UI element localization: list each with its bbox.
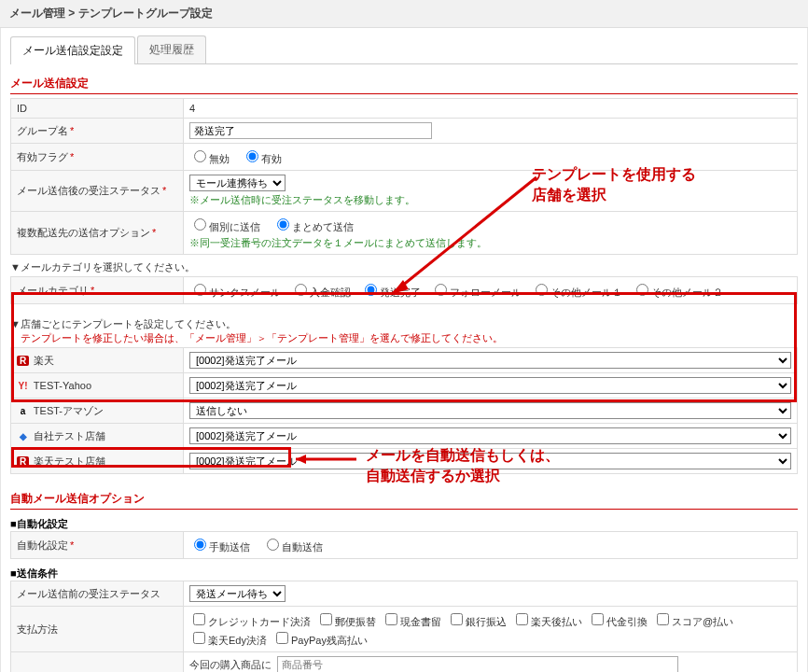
section-auto-options: 自動メール送信オプション: [10, 491, 798, 510]
enable-on[interactable]: 有効: [242, 153, 282, 164]
enable-label: 有効フラグ: [17, 151, 68, 162]
multi-dest-label: 複数配送先の送信オプション: [17, 227, 150, 238]
payment-option[interactable]: 銀行振込: [447, 610, 507, 629]
enable-off[interactable]: 無効: [189, 153, 230, 164]
payment-option[interactable]: PayPay残高払い: [272, 629, 368, 648]
category-option[interactable]: サンクスメール: [189, 287, 281, 298]
pay-label: 支払方法: [11, 607, 184, 652]
store-template-select[interactable]: [0002]発送完了メール: [189, 427, 791, 444]
payment-option[interactable]: 楽天後払い: [512, 610, 582, 629]
group-label: グループ名: [17, 125, 68, 136]
store-header: ▼店舗ごとにテンプレートを設定してください。: [10, 317, 798, 331]
payment-option[interactable]: 代金引換: [588, 610, 648, 629]
store-label: Y! TEST-Yahoo: [11, 373, 184, 399]
cond-group-header: ■送信条件: [10, 567, 798, 581]
multi-individual[interactable]: 個別に送信: [189, 221, 260, 232]
pre-status-label: メール送信前の受注ステータス: [11, 581, 184, 607]
id-value: 4: [184, 99, 798, 119]
category-header: ▼メールカテゴリを選択してください。: [10, 255, 798, 276]
multi-batch[interactable]: まとめて送信: [272, 221, 354, 232]
multi-note: ※同一受注番号の注文データを１メールにまとめて送信します。: [189, 236, 791, 250]
category-option[interactable]: その他メール１: [531, 287, 622, 298]
store-label: a TEST-アマゾン: [11, 399, 184, 424]
category-option[interactable]: 発送完了: [360, 287, 421, 298]
category-option[interactable]: その他メール２: [632, 287, 723, 298]
id-label: ID: [11, 99, 184, 119]
payment-option[interactable]: 郵便振替: [316, 610, 376, 629]
purchase-label: ご購入内容: [11, 652, 184, 673]
section-mail-settings: メール送信設定: [10, 76, 798, 94]
store-template-select[interactable]: 送信しない: [189, 402, 791, 419]
store-label: ◆ 自社テスト店舗: [11, 424, 184, 449]
store-label: R 楽天テスト店舗: [11, 449, 184, 474]
mail-settings-table: ID 4 グループ名* 有効フラグ* 無効 有効 メール送信後の受注ステータス*…: [10, 98, 798, 255]
group-name-input[interactable]: [189, 122, 432, 139]
auto-group-header: ■自動化設定: [10, 517, 798, 531]
auto-label: 自動化設定: [17, 539, 68, 551]
purchase-input[interactable]: [277, 656, 678, 672]
payment-option[interactable]: クレジットカード決済: [189, 610, 311, 629]
purchase-prefix: 今回の購入商品に: [189, 658, 272, 672]
store-label: R 楽天: [11, 348, 184, 373]
store-template-select[interactable]: [0002]発送完了メール: [189, 352, 791, 369]
payment-option[interactable]: スコア@払い: [653, 610, 733, 629]
store-template-table: R 楽天[0002]発送完了メールY! TEST-Yahoo[0002]発送完了…: [10, 347, 798, 474]
auto-auto[interactable]: 自動送信: [262, 541, 323, 553]
post-status-label: メール送信後の受注ステータス: [17, 185, 160, 196]
tab-mail-settings[interactable]: メール送信設定設定: [10, 36, 135, 64]
payment-option[interactable]: 現金書留: [382, 610, 441, 629]
breadcrumb: メール管理 > テンプレートグループ設定: [0, 0, 808, 28]
tab-bar: メール送信設定設定 処理履歴: [10, 35, 798, 64]
tab-history[interactable]: 処理履歴: [137, 35, 206, 63]
pre-status-select[interactable]: 発送メール待ち: [189, 585, 286, 602]
category-option[interactable]: フォローメール: [430, 287, 522, 298]
post-status-note: ※メール送信時に受注ステータスを移動します。: [189, 193, 791, 207]
post-status-select[interactable]: モール連携待ち: [189, 175, 286, 191]
store-template-select[interactable]: [0002]発送完了メール: [189, 453, 791, 469]
store-note: テンプレートを修正したい場合は、「メール管理」＞「テンプレート管理」を選んで修正…: [10, 331, 798, 345]
category-option[interactable]: 入金確認: [290, 287, 351, 298]
auto-manual[interactable]: 手動送信: [189, 541, 250, 553]
store-template-select[interactable]: [0002]発送完了メール: [189, 377, 791, 394]
category-label: メールカテゴリ: [17, 285, 89, 296]
payment-option[interactable]: 楽天Edy決済: [189, 629, 267, 648]
